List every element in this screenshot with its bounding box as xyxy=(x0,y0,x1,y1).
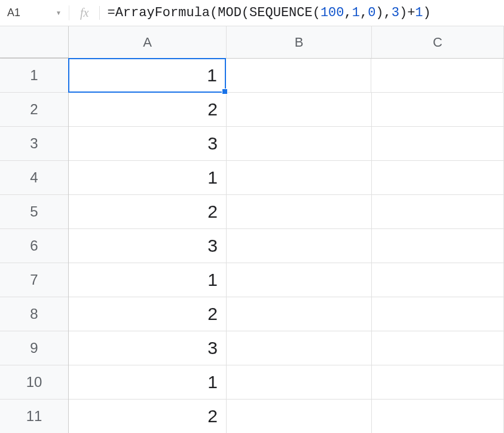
cell-A4[interactable]: 1 xyxy=(69,161,227,195)
cell-B5[interactable] xyxy=(227,195,372,229)
name-box-value: A1 xyxy=(7,7,20,19)
cell-B3[interactable] xyxy=(227,127,372,161)
row-header-4[interactable]: 4 xyxy=(0,161,68,195)
cell-C11[interactable] xyxy=(372,400,504,433)
formula-input[interactable]: =ArrayFormula(MOD(SEQUENCE(100,1,0),3)+1… xyxy=(107,5,504,20)
table-row: 1 xyxy=(69,365,504,400)
row-header-7[interactable]: 7 xyxy=(0,263,68,297)
cell-C8[interactable] xyxy=(372,297,504,331)
cell-A7[interactable]: 1 xyxy=(69,263,227,297)
cell-B8[interactable] xyxy=(227,297,372,331)
cell-A8[interactable]: 2 xyxy=(69,297,227,331)
name-box[interactable]: A1 ▼ xyxy=(0,0,69,26)
column-header-B[interactable]: B xyxy=(227,26,372,58)
cell-C7[interactable] xyxy=(372,263,504,297)
cells-area: 1 2 3 1 2 xyxy=(69,59,504,433)
cell-B9[interactable] xyxy=(227,331,372,365)
row-header-3[interactable]: 3 xyxy=(0,127,68,161)
cell-A6[interactable]: 3 xyxy=(69,229,227,263)
table-row: 2 xyxy=(69,93,504,127)
cell-C2[interactable] xyxy=(372,93,504,127)
row-header-8[interactable]: 8 xyxy=(0,297,68,331)
row-headers: 1 2 3 4 5 6 7 8 9 10 11 xyxy=(0,59,69,433)
cell-C1[interactable] xyxy=(371,59,503,93)
cell-A1[interactable]: 1 xyxy=(68,58,226,93)
table-row: 3 xyxy=(69,331,504,365)
cell-B10[interactable] xyxy=(227,365,372,400)
row-header-6[interactable]: 6 xyxy=(0,229,68,263)
table-row: 3 xyxy=(69,229,504,263)
cell-A10[interactable]: 1 xyxy=(69,365,227,400)
fx-icon: fx xyxy=(69,5,99,21)
table-row: 2 xyxy=(69,297,504,331)
cell-B1[interactable] xyxy=(226,59,371,93)
chevron-down-icon[interactable]: ▼ xyxy=(56,10,62,16)
formula-bar: A1 ▼ fx =ArrayFormula(MOD(SEQUENCE(100,1… xyxy=(0,0,504,26)
cell-C10[interactable] xyxy=(372,365,504,400)
column-header-A[interactable]: A xyxy=(69,26,227,58)
table-row: 1 xyxy=(69,263,504,297)
row-header-1[interactable]: 1 xyxy=(0,59,68,93)
table-row: 1 xyxy=(69,59,504,93)
cell-A5[interactable]: 2 xyxy=(69,195,227,229)
divider xyxy=(99,6,100,20)
cell-A9[interactable]: 3 xyxy=(69,331,227,365)
cell-C3[interactable] xyxy=(372,127,504,161)
table-row: 2 xyxy=(69,400,504,433)
row-header-2[interactable]: 2 xyxy=(0,93,68,127)
spreadsheet-grid: A B C 1 2 3 4 5 6 7 8 9 10 11 1 2 xyxy=(0,26,504,433)
cell-B11[interactable] xyxy=(227,400,372,433)
row-header-5[interactable]: 5 xyxy=(0,195,68,229)
table-row: 2 xyxy=(69,195,504,229)
cell-A11[interactable]: 2 xyxy=(69,400,227,433)
row-header-11[interactable]: 11 xyxy=(0,400,68,433)
table-row: 3 xyxy=(69,127,504,161)
row-header-10[interactable]: 10 xyxy=(0,365,68,400)
table-row: 1 xyxy=(69,161,504,195)
column-header-C[interactable]: C xyxy=(372,26,504,58)
cell-C5[interactable] xyxy=(372,195,504,229)
row-header-9[interactable]: 9 xyxy=(0,331,68,365)
column-headers: A B C xyxy=(0,26,504,59)
cell-C9[interactable] xyxy=(372,331,504,365)
cell-C4[interactable] xyxy=(372,161,504,195)
cell-C6[interactable] xyxy=(372,229,504,263)
cell-A2[interactable]: 2 xyxy=(69,93,227,127)
cell-A3[interactable]: 3 xyxy=(69,127,227,161)
cell-B6[interactable] xyxy=(227,229,372,263)
cell-B4[interactable] xyxy=(227,161,372,195)
cell-B2[interactable] xyxy=(227,93,372,127)
cell-B7[interactable] xyxy=(227,263,372,297)
select-all-corner[interactable] xyxy=(0,26,69,58)
